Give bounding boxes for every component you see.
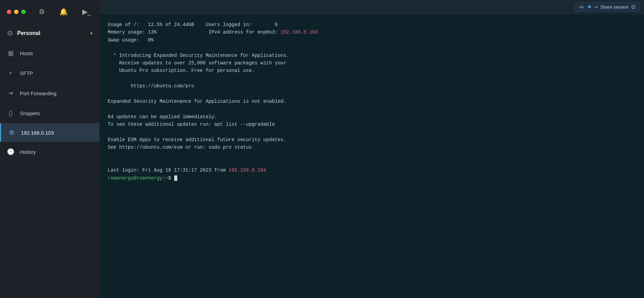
sftp-label: SFTP <box>20 70 33 76</box>
sidebar-item-sftp[interactable]: ▪ SFTP <box>0 63 99 83</box>
folder-icon: ▪ <box>7 70 14 77</box>
term-line-5: Ubuntu Pro subscription. Free for person… <box>108 67 636 74</box>
term-line-esm2: Enable ESM Apps to receive additional fu… <box>108 136 636 144</box>
hosts-icon: ▦ <box>7 49 14 57</box>
term-blank-1 <box>108 44 636 51</box>
hosts-label: Hosts <box>20 50 33 56</box>
term-line-3: Swap usage: 0% <box>108 36 636 44</box>
share-session-button[interactable]: au ⇢ Share session ⊡ <box>575 2 640 12</box>
terminal-button[interactable]: ▶_ <box>81 6 93 17</box>
term-line-4: Receive updates to over 25,000 software … <box>108 59 636 67</box>
term-line-2: Memory usage: 13% IPv4 address for enp0s… <box>108 28 636 36</box>
chevron-down-icon: ▾ <box>90 30 93 36</box>
port-forwarding-label: Port Forwarding <box>20 90 57 96</box>
terminal-content[interactable]: Usage of /: 12.5% of 24.44GB Users logge… <box>99 14 644 298</box>
share-session-label: Share session <box>600 4 629 10</box>
sidebar-item-hosts[interactable]: ▦ Hosts <box>0 43 99 63</box>
term-blank-6 <box>108 151 636 159</box>
term-blank-5 <box>108 128 636 136</box>
prompt-user: rnaenergy@rnaenergy <box>108 175 163 181</box>
user-label: au <box>579 4 584 9</box>
close-button[interactable] <box>7 10 11 14</box>
personal-label: Personal <box>17 30 90 36</box>
ipv4-address: 192.168.0.103 <box>281 29 318 35</box>
sidebar-item-snippets[interactable]: {} Snippets <box>0 103 99 123</box>
term-blank-4 <box>108 105 636 113</box>
snippets-label: Snippets <box>20 110 40 116</box>
share-icon: ⇢ <box>594 4 598 10</box>
term-line-star: * Introducing Expanded Security Maintena… <box>108 52 636 59</box>
history-label: History <box>20 149 36 155</box>
notifications-button[interactable]: 🔔 <box>58 6 69 17</box>
minimize-button[interactable] <box>14 10 19 14</box>
term-line-esm3: See https://ubuntu.com/esm or run: sudo … <box>108 144 636 151</box>
term-line-updates1: 64 updates can be applied immediately. <box>108 113 636 121</box>
term-line-1: Usage of /: 12.5% of 24.44GB Users logge… <box>108 21 636 28</box>
personal-gear-icon: ⚙ <box>7 29 13 37</box>
arrow-icon: ➜ <box>7 89 14 97</box>
term-blank-3 <box>108 90 636 98</box>
window-controls <box>7 10 26 14</box>
braces-icon: {} <box>7 110 14 117</box>
personal-section-header[interactable]: ⚙ Personal ▾ <box>0 24 99 43</box>
term-line-esm: Expanded Security Maintenance for Applic… <box>108 98 636 105</box>
user-dot-icon <box>588 5 591 8</box>
prompt-suffix: :~$ <box>163 175 174 181</box>
history-icon: 🕐 <box>7 148 14 156</box>
term-line-lastlogin: Last login: Fri Aug 18 17:31:17 2023 fro… <box>108 166 636 174</box>
term-line-updates2: To see these additional updates run: apt… <box>108 121 636 128</box>
term-line-url: https://ubuntu.com/pro <box>108 82 636 90</box>
active-host-item[interactable]: ⚙ 192.168.0.103 <box>0 123 99 142</box>
terminal-area: au ⇢ Share session ⊡ Usage of /: 12.5% o… <box>99 0 644 298</box>
host-gear-icon: ⚙ <box>8 129 15 136</box>
active-host-label: 192.168.0.103 <box>21 130 54 136</box>
settings-button[interactable]: ⚙ <box>37 6 46 17</box>
last-login-ip: 192.168.0.104 <box>229 167 266 173</box>
term-blank-7 <box>108 159 636 166</box>
sidebar-item-history[interactable]: 🕐 History <box>0 142 99 162</box>
split-icon: ⊡ <box>631 4 635 10</box>
sidebar: ⚙ 🔔 ▶_ ⚙ Personal ▾ ▦ Hosts ▪ SFTP ➜ Por… <box>0 0 99 298</box>
sidebar-item-port-forwarding[interactable]: ➜ Port Forwarding <box>0 83 99 103</box>
term-blank-2 <box>108 75 636 82</box>
window-controls-bar: ⚙ 🔔 ▶_ <box>0 0 99 24</box>
term-line-prompt: rnaenergy@rnaenergy:~$ <box>108 174 636 182</box>
maximize-button[interactable] <box>21 10 26 14</box>
cursor <box>174 175 177 181</box>
terminal-topbar: au ⇢ Share session ⊡ <box>99 0 644 14</box>
